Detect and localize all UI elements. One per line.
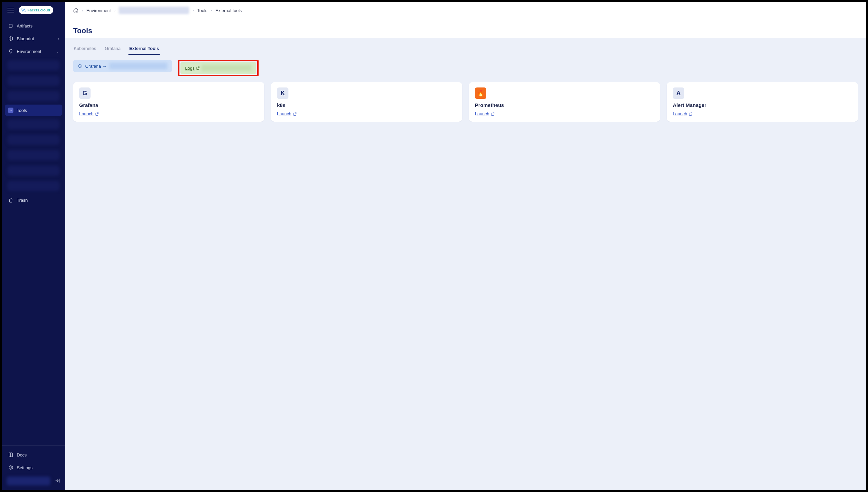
highlighted-logs-box: Logs — [178, 60, 259, 76]
redacted-nav-item — [7, 91, 60, 101]
page-title: Tools — [73, 26, 858, 35]
chevron-down-icon: ⌄ — [56, 50, 59, 53]
breadcrumb: › Environment › › Tools › External tools — [65, 2, 866, 19]
artifacts-icon — [8, 23, 14, 28]
external-link-icon — [491, 112, 495, 116]
grafana-link-pill[interactable]: Grafana → — [73, 60, 172, 72]
docs-icon — [8, 452, 14, 458]
tool-badge-grafana: G — [79, 88, 91, 99]
tool-title: k8s — [277, 102, 456, 108]
sidebar-item-label: Docs — [17, 452, 27, 458]
sidebar: Facets.cloud Artifacts Blueprint ‹ — [2, 2, 65, 490]
blueprint-icon — [8, 36, 14, 41]
tool-card-k8s: K k8s Launch — [271, 82, 462, 122]
logout-icon[interactable] — [55, 478, 61, 484]
redacted-user-info — [7, 476, 50, 485]
redacted-text — [201, 65, 252, 71]
sidebar-item-blueprint[interactable]: Blueprint ‹ — [5, 33, 62, 44]
sidebar-item-label: Trash — [17, 198, 28, 203]
external-link-icon — [95, 112, 99, 116]
tool-card-alert-manager: A Alert Manager Launch — [667, 82, 858, 122]
breadcrumb-separator: › — [192, 8, 194, 13]
launch-link-label: Launch — [475, 111, 489, 116]
launch-link-label: Launch — [277, 111, 291, 116]
trash-icon — [8, 197, 14, 203]
tool-cards: G Grafana Launch K k8s Launch — [65, 76, 866, 128]
sidebar-item-settings[interactable]: Settings — [5, 462, 62, 473]
svg-rect-0 — [9, 24, 12, 27]
logs-pill-label: Logs — [185, 66, 194, 71]
launch-link-k8s[interactable]: Launch — [277, 111, 456, 116]
logs-link-pill[interactable]: Logs — [181, 62, 256, 74]
tool-badge-prometheus: 🔥 — [475, 88, 486, 99]
tool-card-prometheus: 🔥 Prometheus Launch — [469, 82, 660, 122]
tab-external-tools[interactable]: External Tools — [128, 44, 160, 55]
breadcrumb-separator: › — [114, 8, 116, 13]
sidebar-item-label: Environment — [17, 49, 41, 54]
environment-icon — [8, 49, 14, 54]
home-icon[interactable] — [73, 7, 78, 14]
tool-card-grafana: G Grafana Launch — [73, 82, 264, 122]
menu-toggle-icon[interactable] — [7, 7, 14, 14]
sidebar-item-tools[interactable]: ↔ Tools — [5, 104, 62, 116]
tool-badge-alert-manager: A — [673, 88, 684, 99]
sidebar-item-environment[interactable]: Environment ⌄ — [5, 46, 62, 57]
breadcrumb-environment[interactable]: Environment — [87, 8, 111, 13]
sidebar-item-docs[interactable]: Docs — [5, 449, 62, 461]
redacted-nav-item — [7, 135, 60, 145]
chevron-left-icon: ‹ — [58, 37, 59, 41]
grafana-pill-label: Grafana → — [85, 64, 107, 69]
bottom-nav: Docs Settings — [2, 449, 65, 473]
tool-title: Grafana — [79, 102, 258, 108]
tools-icon: ↔ — [8, 107, 14, 113]
breadcrumb-separator: › — [211, 8, 212, 13]
main-content: › Environment › › Tools › External tools… — [65, 2, 866, 490]
redacted-breadcrumb-env-name — [119, 7, 189, 14]
logo-icon — [21, 7, 26, 13]
tool-title: Prometheus — [475, 102, 654, 108]
redacted-nav-item — [7, 181, 60, 191]
tool-title: Alert Manager — [673, 102, 852, 108]
redacted-nav-item — [7, 150, 60, 160]
sidebar-item-label: Settings — [17, 465, 32, 470]
tool-badge-k8s: K — [277, 88, 288, 99]
breadcrumb-tools[interactable]: Tools — [197, 8, 207, 13]
external-link-icon — [196, 66, 200, 70]
redacted-text — [109, 63, 167, 69]
info-icon — [78, 64, 83, 68]
launch-link-grafana[interactable]: Launch — [79, 111, 258, 116]
redacted-nav-item — [7, 166, 60, 176]
tab-kubernetes[interactable]: Kubernetes — [73, 44, 97, 55]
gear-icon — [8, 465, 14, 470]
launch-link-label: Launch — [673, 111, 687, 116]
breadcrumb-external-tools[interactable]: External tools — [215, 8, 242, 13]
sidebar-item-artifacts[interactable]: Artifacts — [5, 20, 62, 31]
svg-point-1 — [10, 467, 11, 468]
redacted-nav-item — [7, 119, 60, 129]
launch-link-prometheus[interactable]: Launch — [475, 111, 654, 116]
redacted-nav-item — [7, 60, 60, 70]
sidebar-item-label: Tools — [17, 108, 27, 113]
logo[interactable]: Facets.cloud — [19, 6, 53, 14]
launch-link-alert-manager[interactable]: Launch — [673, 111, 852, 116]
tab-grafana[interactable]: Grafana — [104, 44, 121, 55]
sidebar-item-trash[interactable]: Trash — [5, 194, 62, 206]
launch-link-label: Launch — [79, 111, 94, 116]
external-link-icon — [688, 112, 693, 116]
breadcrumb-separator: › — [82, 8, 83, 13]
redacted-nav-item — [7, 76, 60, 86]
main-nav: Artifacts Blueprint ‹ Environment ⌄ — [2, 18, 65, 206]
sidebar-item-label: Blueprint — [17, 36, 34, 41]
tabs: Kubernetes Grafana External Tools — [73, 44, 858, 55]
sidebar-item-label: Artifacts — [17, 23, 32, 28]
external-link-icon — [293, 112, 297, 116]
logo-text: Facets.cloud — [27, 8, 50, 12]
